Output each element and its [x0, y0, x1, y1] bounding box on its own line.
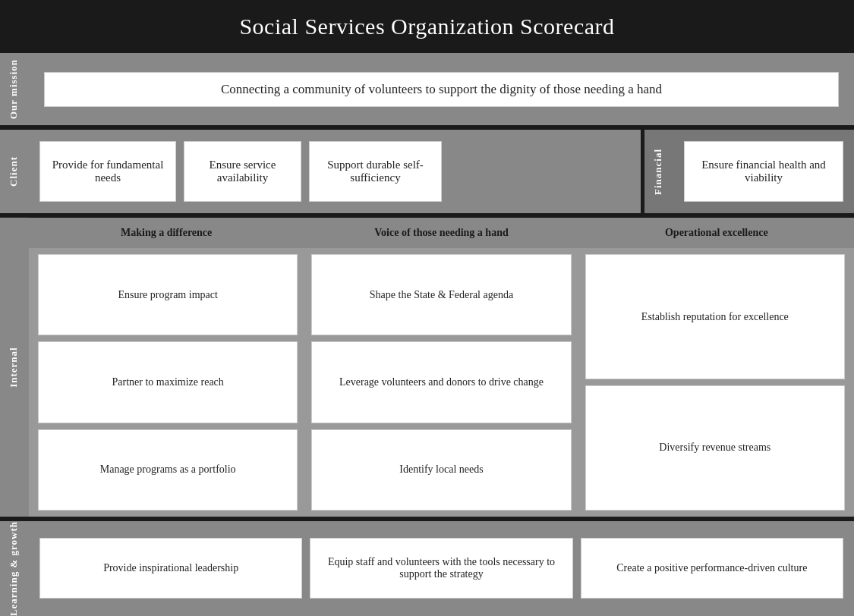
client-card-2: Support durable self-sufficiency [309, 141, 442, 202]
learning-card-2: Create a positive performance-driven cul… [581, 538, 843, 599]
internal-body: Making a difference Voice of those needi… [29, 218, 854, 517]
internal-card-1-2: Identify local needs [311, 429, 571, 511]
internal-card-2-0: Establish reputation for excellence [585, 254, 845, 379]
financial-cards: Ensure financial health and viability [673, 134, 854, 209]
learning-growth-row: Learning & growth Provide inspirational … [0, 521, 854, 616]
client-label: Client [0, 156, 29, 187]
financial-section: Financial Ensure financial health and vi… [641, 130, 854, 213]
client-card-0: Provide for fundamental needs [39, 141, 176, 202]
client-card-1: Ensure service availability [184, 141, 301, 202]
internal-cards-area: Ensure program impact Partner to maximiz… [29, 248, 854, 517]
internal-label: Internal [0, 218, 29, 517]
scorecard: Social Services Organization Scorecard O… [0, 0, 854, 616]
mission-statement: Connecting a community of volunteers to … [44, 72, 839, 107]
internal-header-0: Making a difference [29, 224, 304, 242]
learning-card-0: Provide inspirational leadership [39, 538, 302, 599]
internal-headers: Making a difference Voice of those needi… [29, 218, 854, 248]
internal-row: Internal Making a difference Voice of th… [0, 218, 854, 517]
internal-col-0: Ensure program impact Partner to maximiz… [33, 254, 302, 511]
learning-cards: Provide inspirational leadership Equip s… [29, 521, 854, 616]
page-title: Social Services Organization Scorecard [0, 0, 854, 53]
internal-col-2: Establish reputation for excellence Dive… [581, 254, 849, 511]
mission-content: Connecting a community of volunteers to … [29, 66, 854, 113]
internal-card-1-1: Leverage volunteers and donors to drive … [311, 341, 571, 423]
mission-label: Our mission [0, 59, 29, 119]
learning-label: Learning & growth [0, 521, 29, 616]
client-section: Client Provide for fundamental needs Ens… [0, 130, 641, 213]
internal-col-1: Shape the State & Federal agenda Leverag… [307, 254, 575, 511]
client-financial-row: Client Provide for fundamental needs Ens… [0, 130, 854, 213]
internal-card-2-1: Diversify revenue streams [585, 385, 845, 511]
mission-row: Our mission Connecting a community of vo… [0, 53, 854, 125]
internal-card-0-1: Partner to maximize reach [38, 341, 298, 423]
learning-card-1: Equip staff and volunteers with the tool… [310, 538, 572, 599]
financial-card-0: Ensure financial health and viability [684, 141, 843, 202]
internal-header-1: Voice of those needing a hand [304, 224, 578, 242]
internal-card-0-2: Manage programs as a portfolio [38, 429, 298, 511]
internal-card-1-0: Shape the State & Federal agenda [311, 254, 571, 335]
internal-header-2: Operational excellence [579, 224, 854, 242]
internal-card-0-0: Ensure program impact [38, 254, 298, 335]
financial-label: Financial [644, 149, 673, 195]
client-cards: Provide for fundamental needs Ensure ser… [29, 134, 452, 209]
